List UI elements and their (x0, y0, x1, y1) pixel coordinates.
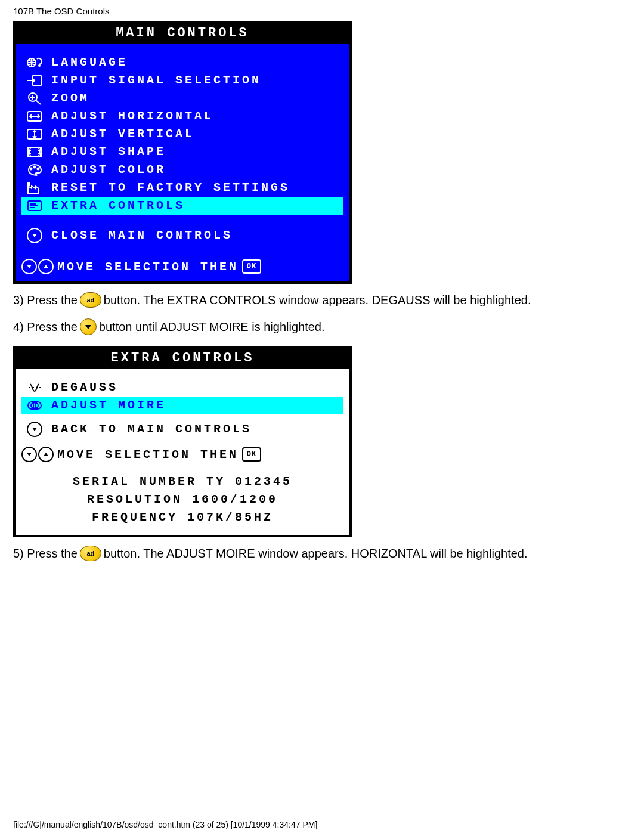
step3-prefix: 3) Press the (13, 293, 78, 307)
extra-controls-icon (21, 199, 48, 213)
menu-item-reset-factory[interactable]: RESET TO FACTORY SETTINGS (21, 179, 343, 197)
step-4: 4) Press the button until ADJUST MOIRE i… (13, 318, 631, 335)
menu-item-adjust-color[interactable]: ADJUST COLOR (21, 161, 343, 179)
frequency: FREQUENCY 107K/85HZ (21, 509, 343, 527)
degauss-icon (21, 380, 48, 395)
step3-suffix: button. The EXTRA CONTROLS window appear… (104, 293, 531, 307)
menu-label: LANGUAGE (48, 54, 343, 71)
back-down-icon (21, 422, 48, 437)
adjust-color-icon (21, 163, 48, 177)
svg-point-7 (30, 168, 32, 170)
adjust-horizontal-icon (21, 109, 48, 123)
close-down-icon (21, 228, 48, 243)
main-controls-title: MAIN CONTROLS (16, 23, 349, 44)
step5-prefix: 5) Press the (13, 547, 78, 561)
menu-item-degauss[interactable]: DEGAUSS (21, 379, 343, 397)
menu-item-zoom[interactable]: ZOOM (21, 89, 343, 107)
menu-label: ADJUST HORIZONTAL (48, 108, 343, 125)
step4-prefix: 4) Press the (13, 320, 78, 334)
menu-label: RESET TO FACTORY SETTINGS (48, 179, 343, 196)
ok-button-icon: ad (80, 292, 101, 308)
language-icon (21, 55, 48, 70)
menu-label: INPUT SIGNAL SELECTION (48, 72, 343, 89)
ok-icon: OK (242, 447, 261, 462)
menu-item-close[interactable]: CLOSE MAIN CONTROLS (21, 227, 343, 244)
serial-number: SERIAL NUMBER TY 012345 (21, 473, 343, 491)
menu-label: ADJUST SHAPE (48, 144, 343, 160)
menu-label: ADJUST MOIRE (48, 397, 343, 414)
menu-item-back[interactable]: BACK TO MAIN CONTROLS (21, 420, 343, 438)
menu-item-adjust-vertical[interactable]: ADJUST VERTICAL (21, 125, 343, 143)
menu-label: BACK TO MAIN CONTROLS (48, 421, 343, 438)
step4-suffix: button until ADJUST MOIRE is highlighted… (99, 320, 325, 334)
zoom-icon (21, 91, 48, 106)
page-header: 107B The OSD Controls (13, 6, 631, 16)
menu-item-adjust-shape[interactable]: ADJUST SHAPE (21, 143, 343, 161)
menu-label: ADJUST COLOR (48, 162, 343, 178)
footer-hint-text: MOVE SELECTION THEN (57, 448, 239, 462)
extra-footer-hint: MOVE SELECTION THEN OK (21, 444, 343, 463)
menu-label: ADJUST VERTICAL (48, 126, 343, 143)
svg-point-12 (31, 402, 38, 408)
svg-point-13 (33, 402, 36, 408)
adjust-shape-icon (21, 145, 48, 159)
step-3: 3) Press the ad button. The EXTRA CONTRO… (13, 292, 631, 308)
svg-rect-6 (28, 148, 41, 156)
factory-icon (21, 181, 48, 195)
resolution: RESOLUTION 1600/1200 (21, 491, 343, 509)
menu-label: DEGAUSS (48, 379, 343, 396)
updown-icon (21, 447, 54, 462)
down-button-icon (80, 318, 97, 335)
extra-controls-title: EXTRA CONTROLS (16, 348, 349, 369)
menu-item-adjust-horizontal[interactable]: ADJUST HORIZONTAL (21, 107, 343, 125)
ok-icon: OK (242, 259, 261, 274)
svg-point-1 (39, 65, 40, 66)
adjust-vertical-icon (21, 127, 48, 141)
menu-item-language[interactable]: LANGUAGE (21, 54, 343, 72)
moire-icon (21, 398, 48, 413)
svg-point-8 (34, 166, 36, 168)
info-block: SERIAL NUMBER TY 012345 RESOLUTION 1600/… (21, 469, 343, 529)
step-5: 5) Press the ad button. The ADJUST MOIRE… (13, 546, 631, 561)
input-signal-icon (21, 73, 48, 88)
menu-label: CLOSE MAIN CONTROLS (48, 227, 343, 244)
step5-suffix: button. The ADJUST MOIRE window appears.… (104, 547, 528, 561)
footer-hint-text: MOVE SELECTION THEN (57, 260, 239, 274)
extra-controls-panel: EXTRA CONTROLS DEGAUSS ADJUST MOIRE BA (13, 346, 352, 537)
main-controls-panel: MAIN CONTROLS LANGUAGE INPUT SIGNAL SELE… (13, 21, 352, 284)
menu-item-extra-controls[interactable]: EXTRA CONTROLS (21, 197, 343, 215)
svg-point-9 (38, 168, 39, 170)
menu-item-adjust-moire[interactable]: ADJUST MOIRE (21, 397, 343, 414)
menu-label: ZOOM (48, 90, 343, 107)
updown-icon (21, 259, 54, 274)
ok-button-icon: ad (80, 546, 101, 561)
menu-label: EXTRA CONTROLS (48, 197, 343, 214)
menu-item-input-signal[interactable]: INPUT SIGNAL SELECTION (21, 72, 343, 89)
main-footer-hint: MOVE SELECTION THEN OK (21, 256, 343, 275)
